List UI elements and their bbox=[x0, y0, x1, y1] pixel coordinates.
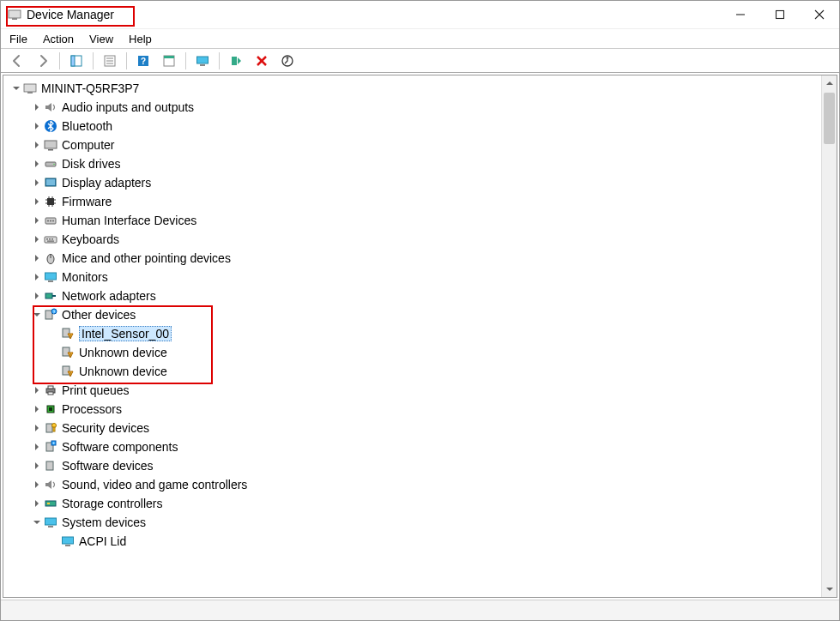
chevron-right-icon[interactable] bbox=[31, 235, 43, 244]
system-device-icon bbox=[60, 534, 76, 548]
vertical-scrollbar[interactable] bbox=[821, 75, 837, 597]
cpu-chip-icon bbox=[43, 402, 58, 416]
monitor-icon bbox=[43, 138, 58, 152]
svg-rect-45 bbox=[46, 238, 48, 240]
scan-hardware-button[interactable] bbox=[276, 51, 299, 70]
chevron-right-icon[interactable] bbox=[31, 254, 43, 262]
refresh-hardware-button[interactable] bbox=[158, 51, 180, 70]
tree-leaf-acpi-lid[interactable]: ACPI Lid bbox=[9, 532, 816, 551]
show-hide-console-tree-button[interactable] bbox=[65, 51, 88, 70]
enable-device-button[interactable] bbox=[225, 51, 247, 70]
tree-node-hid[interactable]: Human Interface Devices bbox=[9, 211, 816, 230]
tree-node-storage[interactable]: Storage controllers bbox=[9, 494, 816, 513]
chevron-right-icon[interactable] bbox=[31, 141, 43, 149]
menu-file[interactable]: File bbox=[9, 33, 27, 45]
svg-rect-71 bbox=[53, 427, 55, 431]
minimize-button[interactable] bbox=[721, 1, 760, 28]
scroll-thumb[interactable] bbox=[824, 93, 835, 144]
printer-icon bbox=[43, 383, 58, 397]
tree-node-label: Processors bbox=[62, 402, 122, 416]
scroll-down-button[interactable] bbox=[822, 582, 837, 597]
chevron-right-icon[interactable] bbox=[31, 480, 43, 489]
tree-node-display[interactable]: Display adapters bbox=[9, 173, 816, 192]
scroll-track[interactable] bbox=[822, 146, 837, 582]
tree-node-firmware[interactable]: Firmware bbox=[9, 192, 816, 211]
tree-node-label: Other devices bbox=[62, 308, 136, 322]
tree-leaf-unknown-device[interactable]: ! Unknown device bbox=[9, 362, 816, 381]
tree-node-disk[interactable]: Disk drives bbox=[9, 154, 816, 173]
update-driver-button[interactable] bbox=[191, 51, 214, 70]
tree-node-other-devices[interactable]: ? Other devices bbox=[9, 305, 816, 324]
tree-node-bluetooth[interactable]: Bluetooth bbox=[9, 117, 816, 136]
tree-node-print-queues[interactable]: Print queues bbox=[9, 381, 816, 400]
chevron-down-icon[interactable] bbox=[10, 84, 22, 93]
tree-node-security[interactable]: Security devices bbox=[9, 419, 816, 437]
svg-rect-47 bbox=[51, 238, 53, 240]
chevron-right-icon[interactable] bbox=[31, 424, 43, 432]
tree-node-mice[interactable]: Mice and other pointing devices bbox=[9, 249, 816, 268]
chevron-right-icon[interactable] bbox=[31, 197, 43, 206]
forward-button[interactable] bbox=[32, 51, 54, 70]
chevron-right-icon[interactable] bbox=[31, 386, 43, 395]
bluetooth-icon bbox=[43, 119, 58, 133]
properties-button[interactable] bbox=[99, 51, 121, 70]
network-adapter-icon bbox=[43, 289, 58, 303]
svg-rect-26 bbox=[48, 149, 53, 151]
svg-text:?: ? bbox=[141, 57, 146, 66]
chevron-right-icon[interactable] bbox=[31, 292, 43, 300]
tree-node-network[interactable]: Network adapters bbox=[9, 286, 816, 305]
chevron-down-icon[interactable] bbox=[31, 518, 43, 527]
svg-rect-65 bbox=[48, 386, 53, 389]
tree-node-computer[interactable]: Computer bbox=[9, 136, 816, 154]
chevron-right-icon[interactable] bbox=[31, 461, 43, 470]
tree-node-software-devices[interactable]: Software devices bbox=[9, 456, 816, 475]
device-tree[interactable]: MININT-Q5RF3P7 Audio inputs and outputs … bbox=[3, 75, 821, 597]
chevron-right-icon[interactable] bbox=[31, 405, 43, 413]
chevron-right-icon[interactable] bbox=[31, 273, 43, 281]
tree-root[interactable]: MININT-Q5RF3P7 bbox=[9, 79, 816, 98]
chevron-right-icon[interactable] bbox=[31, 103, 43, 112]
help-button[interactable]: ? bbox=[132, 51, 154, 70]
uninstall-device-button[interactable] bbox=[251, 51, 273, 70]
svg-point-41 bbox=[47, 220, 49, 222]
tree-node-audio[interactable]: Audio inputs and outputs bbox=[9, 98, 816, 117]
tree-node-system-devices[interactable]: System devices bbox=[9, 513, 816, 532]
svg-rect-7 bbox=[71, 56, 75, 66]
tree-node-label: Security devices bbox=[62, 421, 149, 435]
software-component-icon: + bbox=[43, 440, 58, 454]
svg-rect-23 bbox=[27, 92, 33, 93]
chevron-right-icon[interactable] bbox=[31, 443, 43, 451]
back-button[interactable] bbox=[6, 51, 28, 70]
tree-leaf-label: ACPI Lid bbox=[79, 534, 126, 548]
tree-node-software-components[interactable]: + Software components bbox=[9, 437, 816, 456]
chevron-down-icon[interactable] bbox=[31, 310, 43, 319]
tree-node-monitors[interactable]: Monitors bbox=[9, 268, 816, 286]
chevron-right-icon[interactable] bbox=[31, 178, 43, 187]
chevron-right-icon[interactable] bbox=[31, 216, 43, 225]
tree-node-label: System devices bbox=[62, 515, 146, 529]
menu-action[interactable]: Action bbox=[43, 33, 74, 45]
scroll-up-button[interactable] bbox=[822, 75, 837, 91]
maximize-button[interactable] bbox=[760, 1, 800, 28]
display-adapter-icon bbox=[43, 176, 58, 190]
software-device-icon bbox=[43, 459, 58, 473]
svg-point-43 bbox=[52, 220, 54, 222]
svg-text:?: ? bbox=[53, 310, 56, 315]
svg-rect-0 bbox=[9, 10, 21, 18]
svg-point-42 bbox=[50, 220, 51, 222]
tree-leaf-unknown-device[interactable]: ! Unknown device bbox=[9, 343, 816, 362]
menu-help[interactable]: Help bbox=[129, 33, 152, 45]
tree-node-sound[interactable]: Sound, video and game controllers bbox=[9, 475, 816, 494]
unknown-device-warning-icon: ! bbox=[60, 346, 76, 359]
audio-icon bbox=[43, 100, 58, 114]
chevron-right-icon[interactable] bbox=[31, 499, 43, 508]
tree-leaf-intel-sensor[interactable]: ! Intel_Sensor_00 bbox=[9, 324, 816, 343]
chevron-right-icon[interactable] bbox=[31, 122, 43, 130]
window-controls bbox=[721, 1, 839, 28]
tree-node-processors[interactable]: Processors bbox=[9, 400, 816, 419]
close-button[interactable] bbox=[800, 1, 839, 28]
menu-view[interactable]: View bbox=[89, 33, 113, 45]
menu-bar: File Action View Help bbox=[1, 28, 839, 49]
chevron-right-icon[interactable] bbox=[31, 160, 43, 168]
tree-node-keyboards[interactable]: Keyboards bbox=[9, 230, 816, 249]
